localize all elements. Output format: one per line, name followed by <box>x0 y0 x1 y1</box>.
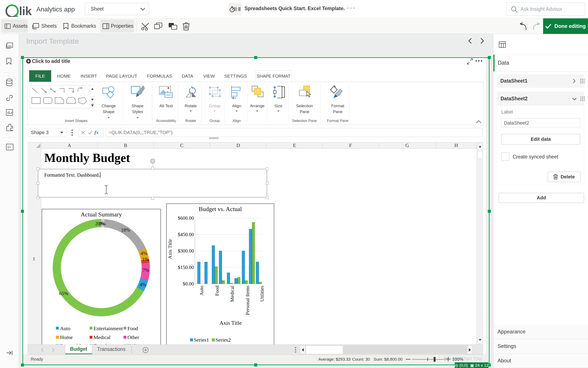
svg-text:lik: lik <box>19 4 32 17</box>
svg-text:x=: x= <box>7 145 11 149</box>
svg-text:·: · <box>237 8 237 10</box>
